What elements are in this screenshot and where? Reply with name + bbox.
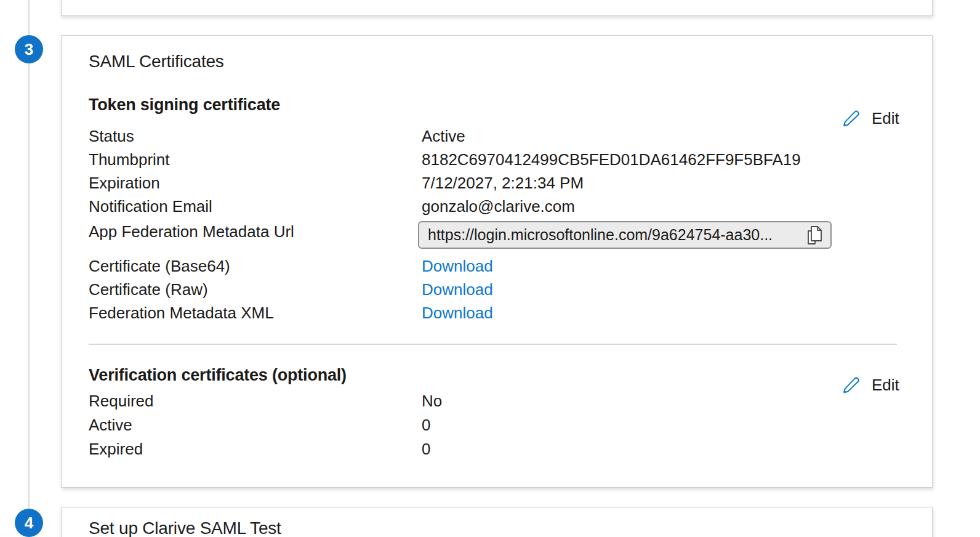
required-row: Required No bbox=[89, 392, 442, 410]
federation-metadata-xml-download-link[interactable]: Download bbox=[422, 304, 493, 322]
previous-card-bottom-edge bbox=[61, 0, 933, 16]
saml-sso-configuration-page: { "colors": { "step_blue": "#1173c7", "l… bbox=[0, 0, 980, 537]
card-title: SAML Certificates bbox=[89, 52, 224, 71]
copy-to-clipboard-button[interactable] bbox=[805, 225, 824, 246]
verification-certificates-heading: Verification certificates (optional) bbox=[89, 366, 347, 384]
edit-token-signing-certificate-button[interactable]: Edit bbox=[841, 108, 899, 129]
certificate-base64-row: Certificate (Base64) Download bbox=[89, 257, 493, 275]
federation-metadata-xml-row: Federation Metadata XML Download bbox=[89, 304, 493, 322]
thumbprint-value: 8182C6970412499CB5FED01DA61462FF9F5BFA19 bbox=[422, 150, 801, 169]
status-row: Status Active bbox=[89, 127, 465, 145]
certificate-raw-label: Certificate (Raw) bbox=[89, 280, 422, 299]
pencil-icon bbox=[841, 375, 861, 395]
certificate-base64-download-link[interactable]: Download bbox=[422, 257, 493, 275]
notification-email-label: Notification Email bbox=[89, 197, 422, 216]
section-divider bbox=[89, 344, 897, 345]
certificate-raw-row: Certificate (Raw) Download bbox=[89, 280, 493, 299]
app-federation-metadata-url-label: App Federation Metadata Url bbox=[89, 222, 422, 241]
copy-icon bbox=[805, 225, 824, 245]
app-federation-metadata-url-field[interactable]: https://login.microsoftonline.com/9a6247… bbox=[418, 221, 832, 249]
active-count-row: Active 0 bbox=[89, 416, 430, 434]
edit-button-label: Edit bbox=[872, 376, 899, 395]
expiration-row: Expiration 7/12/2027, 2:21:34 PM bbox=[89, 174, 584, 192]
expiration-value: 7/12/2027, 2:21:34 PM bbox=[422, 174, 584, 192]
pencil-icon bbox=[841, 108, 861, 128]
certificate-base64-label: Certificate (Base64) bbox=[89, 257, 422, 275]
notification-email-value: gonzalo@clarive.com bbox=[422, 197, 575, 216]
expired-count-value: 0 bbox=[422, 440, 430, 458]
setup-card: Set up Clarive SAML Test bbox=[61, 507, 933, 537]
certificate-raw-download-link[interactable]: Download bbox=[422, 280, 493, 299]
required-value: No bbox=[422, 392, 442, 410]
status-value: Active bbox=[422, 127, 465, 145]
app-federation-metadata-url-row: App Federation Metadata Url bbox=[89, 222, 422, 241]
status-label: Status bbox=[89, 127, 422, 145]
expiration-label: Expiration bbox=[89, 174, 422, 192]
expired-count-row: Expired 0 bbox=[89, 440, 430, 458]
notification-email-row: Notification Email gonzalo@clarive.com bbox=[89, 197, 575, 216]
active-count-label: Active bbox=[89, 416, 422, 434]
thumbprint-row: Thumbprint 8182C6970412499CB5FED01DA6146… bbox=[89, 150, 801, 169]
step-3-badge: 3 bbox=[15, 35, 43, 63]
edit-verification-certificates-button[interactable]: Edit bbox=[841, 374, 899, 395]
thumbprint-label: Thumbprint bbox=[89, 150, 422, 169]
required-label: Required bbox=[89, 392, 422, 410]
setup-card-title: Set up Clarive SAML Test bbox=[89, 519, 281, 537]
federation-metadata-xml-label: Federation Metadata XML bbox=[89, 304, 422, 322]
app-federation-metadata-url-value: https://login.microsoftonline.com/9a6247… bbox=[428, 226, 773, 244]
active-count-value: 0 bbox=[422, 416, 430, 434]
step-connector-line bbox=[28, 0, 30, 537]
expired-count-label: Expired bbox=[89, 440, 422, 458]
step-4-badge: 4 bbox=[15, 509, 43, 537]
token-signing-certificate-heading: Token signing certificate bbox=[89, 95, 280, 114]
saml-certificates-card: SAML Certificates Token signing certific… bbox=[61, 35, 933, 488]
edit-button-label: Edit bbox=[872, 109, 899, 128]
